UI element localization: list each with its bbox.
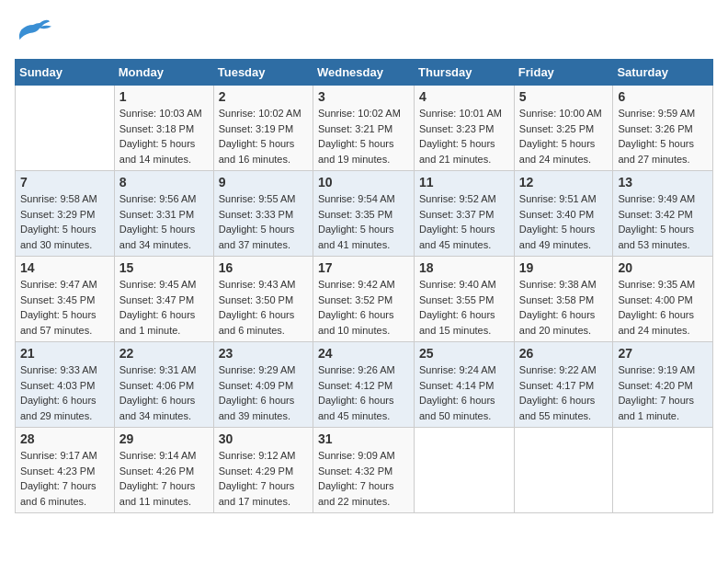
calendar-cell: 3 Sunrise: 10:02 AM Sunset: 3:21 PM Dayl…	[313, 86, 414, 171]
sunset-time: Sunset: 3:31 PM	[119, 209, 194, 220]
day-number: 23	[219, 346, 308, 361]
logo	[15, 15, 57, 52]
daylight-hours: Daylight: 6 hours and 50 minutes.	[419, 395, 495, 421]
calendar-cell: 31 Sunrise: 9:09 AM Sunset: 4:32 PM Dayl…	[313, 428, 414, 513]
sunset-time: Sunset: 3:35 PM	[318, 209, 392, 220]
daylight-hours: Daylight: 7 hours and 17 minutes.	[219, 480, 295, 507]
calendar-cell: 6 Sunrise: 9:59 AM Sunset: 3:26 PM Dayli…	[613, 86, 713, 171]
calendar-cell: 5 Sunrise: 10:00 AM Sunset: 3:25 PM Dayl…	[514, 86, 613, 171]
sunset-time: Sunset: 4:14 PM	[419, 380, 494, 391]
sunset-time: Sunset: 3:50 PM	[219, 294, 293, 305]
daylight-hours: Daylight: 5 hours and 30 minutes.	[20, 224, 97, 250]
day-number: 24	[318, 346, 409, 361]
sunset-time: Sunset: 3:42 PM	[618, 209, 692, 220]
sunrise-time: Sunrise: 9:31 AM	[119, 364, 197, 375]
sunset-time: Sunset: 3:52 PM	[318, 294, 392, 305]
sunrise-time: Sunrise: 9:35 AM	[618, 279, 695, 290]
calendar-cell: 4 Sunrise: 10:01 AM Sunset: 3:23 PM Dayl…	[415, 86, 515, 171]
day-number: 22	[119, 346, 209, 361]
weekday-header-sunday: Sunday	[16, 60, 115, 86]
calendar-cell: 22 Sunrise: 9:31 AM Sunset: 4:06 PM Dayl…	[114, 342, 213, 428]
calendar-cell	[16, 86, 115, 171]
sunrise-time: Sunrise: 9:55 AM	[219, 193, 296, 204]
sunrise-time: Sunrise: 9:51 AM	[519, 193, 597, 204]
day-number: 15	[119, 260, 209, 275]
calendar-table: SundayMondayTuesdayWednesdayThursdayFrid…	[15, 59, 713, 513]
day-number: 3	[318, 89, 409, 104]
sunrise-time: Sunrise: 9:09 AM	[318, 450, 395, 461]
sunset-time: Sunset: 3:18 PM	[119, 123, 194, 134]
sunset-time: Sunset: 4:20 PM	[618, 380, 692, 391]
daylight-hours: Daylight: 7 hours and 11 minutes.	[119, 480, 196, 507]
sunset-time: Sunset: 3:25 PM	[519, 123, 594, 134]
day-number: 26	[519, 346, 609, 361]
day-info: Sunrise: 10:02 AM Sunset: 3:19 PM Daylig…	[219, 106, 308, 167]
daylight-hours: Daylight: 5 hours and 49 minutes.	[519, 224, 596, 250]
day-info: Sunrise: 9:19 AM Sunset: 4:20 PM Dayligh…	[618, 362, 708, 423]
sunrise-time: Sunrise: 10:02 AM	[318, 108, 401, 119]
day-info: Sunrise: 9:33 AM Sunset: 4:03 PM Dayligh…	[20, 362, 109, 423]
calendar-week-row: 14 Sunrise: 9:47 AM Sunset: 3:45 PM Dayl…	[16, 257, 713, 342]
sunrise-time: Sunrise: 10:02 AM	[219, 108, 301, 119]
day-number: 17	[318, 260, 409, 275]
day-number: 31	[318, 431, 409, 446]
daylight-hours: Daylight: 5 hours and 21 minutes.	[419, 138, 495, 165]
day-info: Sunrise: 9:38 AM Sunset: 3:58 PM Dayligh…	[519, 277, 609, 338]
sunset-time: Sunset: 3:55 PM	[419, 294, 494, 305]
sunset-time: Sunset: 3:40 PM	[519, 209, 594, 220]
sunrise-time: Sunrise: 10:00 AM	[519, 108, 602, 119]
calendar-cell: 2 Sunrise: 10:02 AM Sunset: 3:19 PM Dayl…	[213, 86, 313, 171]
calendar-cell: 29 Sunrise: 9:14 AM Sunset: 4:26 PM Dayl…	[114, 428, 213, 513]
calendar-cell: 18 Sunrise: 9:40 AM Sunset: 3:55 PM Dayl…	[415, 257, 515, 342]
sunrise-time: Sunrise: 9:24 AM	[419, 364, 496, 375]
day-info: Sunrise: 9:45 AM Sunset: 3:47 PM Dayligh…	[119, 277, 209, 338]
day-info: Sunrise: 9:31 AM Sunset: 4:06 PM Dayligh…	[119, 362, 209, 423]
day-info: Sunrise: 10:01 AM Sunset: 3:23 PM Daylig…	[419, 106, 509, 167]
day-info: Sunrise: 9:35 AM Sunset: 4:00 PM Dayligh…	[618, 277, 708, 338]
sunset-time: Sunset: 4:12 PM	[318, 380, 392, 391]
calendar-cell: 1 Sunrise: 10:03 AM Sunset: 3:18 PM Dayl…	[114, 86, 213, 171]
day-number: 9	[219, 175, 308, 190]
daylight-hours: Daylight: 6 hours and 15 minutes.	[419, 309, 495, 336]
sunrise-time: Sunrise: 9:38 AM	[519, 279, 597, 290]
sunrise-time: Sunrise: 9:19 AM	[618, 364, 695, 375]
daylight-hours: Daylight: 6 hours and 34 minutes.	[119, 395, 196, 421]
day-info: Sunrise: 9:22 AM Sunset: 4:17 PM Dayligh…	[519, 362, 609, 423]
daylight-hours: Daylight: 5 hours and 16 minutes.	[219, 138, 295, 165]
weekday-header-saturday: Saturday	[613, 60, 713, 86]
sunrise-time: Sunrise: 9:42 AM	[318, 279, 395, 290]
day-info: Sunrise: 9:26 AM Sunset: 4:12 PM Dayligh…	[318, 362, 409, 423]
calendar-cell: 23 Sunrise: 9:29 AM Sunset: 4:09 PM Dayl…	[213, 342, 313, 428]
sunset-time: Sunset: 3:47 PM	[119, 294, 194, 305]
sunrise-time: Sunrise: 9:58 AM	[20, 193, 97, 204]
calendar-cell: 19 Sunrise: 9:38 AM Sunset: 3:58 PM Dayl…	[514, 257, 613, 342]
daylight-hours: Daylight: 7 hours and 6 minutes.	[20, 480, 97, 507]
calendar-cell: 14 Sunrise: 9:47 AM Sunset: 3:45 PM Dayl…	[16, 257, 115, 342]
sunset-time: Sunset: 4:32 PM	[318, 465, 392, 477]
sunset-time: Sunset: 4:09 PM	[219, 380, 293, 391]
sunrise-time: Sunrise: 9:14 AM	[119, 450, 197, 461]
calendar-cell: 28 Sunrise: 9:17 AM Sunset: 4:23 PM Dayl…	[16, 428, 115, 513]
sunrise-time: Sunrise: 9:26 AM	[318, 364, 395, 375]
sunrise-time: Sunrise: 9:43 AM	[219, 279, 296, 290]
day-info: Sunrise: 9:40 AM Sunset: 3:55 PM Dayligh…	[419, 277, 509, 338]
calendar-cell	[613, 428, 713, 513]
daylight-hours: Daylight: 5 hours and 37 minutes.	[219, 224, 295, 250]
sunset-time: Sunset: 4:23 PM	[20, 465, 95, 477]
sunrise-time: Sunrise: 9:17 AM	[20, 450, 97, 461]
calendar-cell: 7 Sunrise: 9:58 AM Sunset: 3:29 PM Dayli…	[16, 171, 115, 257]
sunrise-time: Sunrise: 9:52 AM	[419, 193, 496, 204]
day-number: 25	[419, 346, 509, 361]
day-info: Sunrise: 9:17 AM Sunset: 4:23 PM Dayligh…	[20, 448, 109, 509]
day-info: Sunrise: 10:00 AM Sunset: 3:25 PM Daylig…	[519, 106, 609, 167]
sunset-time: Sunset: 3:33 PM	[219, 209, 293, 220]
day-info: Sunrise: 9:43 AM Sunset: 3:50 PM Dayligh…	[219, 277, 308, 338]
daylight-hours: Daylight: 6 hours and 10 minutes.	[318, 309, 394, 336]
day-info: Sunrise: 9:29 AM Sunset: 4:09 PM Dayligh…	[219, 362, 308, 423]
weekday-header-row: SundayMondayTuesdayWednesdayThursdayFrid…	[16, 60, 713, 86]
daylight-hours: Daylight: 5 hours and 34 minutes.	[119, 224, 196, 250]
day-number: 20	[618, 260, 708, 275]
day-number: 28	[20, 431, 109, 446]
sunrise-time: Sunrise: 9:40 AM	[419, 279, 496, 290]
daylight-hours: Daylight: 5 hours and 14 minutes.	[119, 138, 196, 165]
